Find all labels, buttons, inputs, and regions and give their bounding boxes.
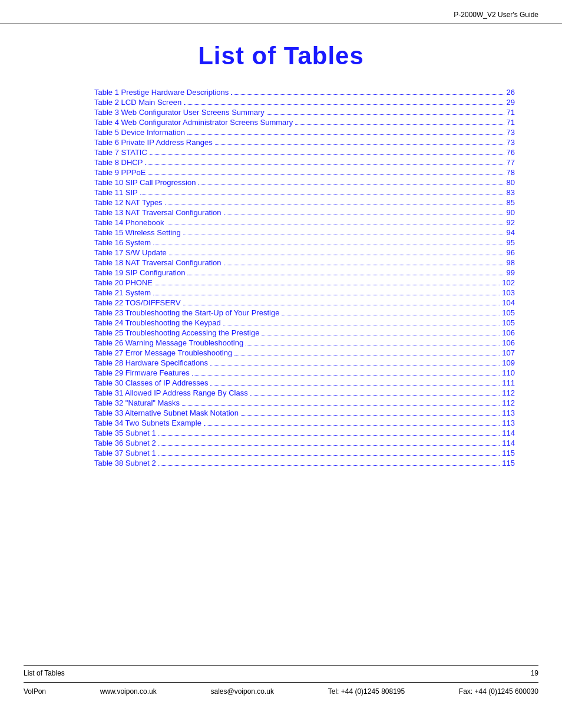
- footer-website: www.voipon.co.uk: [100, 687, 157, 696]
- toc-entry[interactable]: Table 17 S/W Update96: [94, 248, 515, 257]
- toc-entry[interactable]: Table 38 Subnet 2115: [94, 459, 515, 467]
- toc-entry[interactable]: Table 10 SIP Call Progression80: [94, 178, 515, 187]
- toc-entry[interactable]: Table 18 NAT Traversal Configuration98: [94, 258, 515, 267]
- toc-page: 112: [502, 398, 515, 407]
- toc-page: 114: [502, 429, 515, 437]
- toc-dots: [295, 124, 504, 125]
- toc-entry[interactable]: Table 9 PPPoE78: [94, 168, 515, 177]
- toc-page: 107: [502, 348, 515, 357]
- main-title-section: List of Tables: [0, 42, 562, 70]
- toc-dots: [153, 295, 500, 295]
- toc-entry[interactable]: Table 8 DHCP77: [94, 158, 515, 167]
- toc-entry[interactable]: Table 12 NAT Types85: [94, 198, 515, 207]
- toc-label: Table 10 SIP Call Progression: [94, 178, 196, 187]
- toc-label: Table 6 Private IP Address Ranges: [94, 138, 213, 147]
- toc-label: Table 1 Prestige Hardware Descriptions: [94, 88, 229, 97]
- toc-label: Table 15 Wireless Setting: [94, 228, 181, 237]
- toc-entry[interactable]: Table 31 Allowed IP Address Range By Cla…: [94, 388, 515, 397]
- toc-entry[interactable]: Table 5 Device Information73: [94, 128, 515, 137]
- toc-dots: [224, 215, 504, 215]
- toc-label: Table 34 Two Subnets Example: [94, 419, 201, 427]
- toc-dots: [165, 205, 504, 205]
- toc-page: 95: [507, 238, 515, 247]
- toc-dots: [155, 285, 500, 285]
- toc-dots: [210, 385, 500, 386]
- toc-dots: [198, 185, 504, 185]
- toc-label: Table 31 Allowed IP Address Range By Cla…: [94, 388, 248, 397]
- toc-label: Table 26 Warning Message Troubleshooting: [94, 338, 243, 347]
- toc-entry[interactable]: Table 2 LCD Main Screen29: [94, 98, 515, 107]
- toc-entry[interactable]: Table 23 Troubleshooting the Start-Up of…: [94, 308, 515, 317]
- toc-page: 71: [507, 118, 515, 127]
- toc-dots: [167, 225, 504, 225]
- toc-entry[interactable]: Table 16 System95: [94, 238, 515, 247]
- toc-entry[interactable]: Table 27 Error Message Troubleshooting10…: [94, 348, 515, 357]
- toc-entry[interactable]: Table 14 Phonebook92: [94, 218, 515, 227]
- toc-entry[interactable]: Table 35 Subnet 1114: [94, 429, 515, 437]
- toc-entry[interactable]: Table 25 Troubleshooting Accessing the P…: [94, 328, 515, 337]
- toc-page: 76: [507, 148, 515, 157]
- toc-entry[interactable]: Table 1 Prestige Hardware Descriptions26: [94, 88, 515, 97]
- toc-dots: [234, 355, 500, 355]
- toc-entry[interactable]: Table 21 System103: [94, 288, 515, 297]
- toc-page: 113: [502, 419, 515, 427]
- toc-page: 112: [502, 388, 515, 397]
- footer-tel: Tel: +44 (0)1245 808195: [328, 687, 405, 696]
- toc-dots: [182, 405, 500, 406]
- toc-dots: [158, 465, 500, 466]
- toc-entry[interactable]: Table 11 SIP83: [94, 188, 515, 197]
- toc-entry[interactable]: Table 30 Classes of IP Addresses111: [94, 378, 515, 387]
- toc-entry[interactable]: Table 26 Warning Message Troubleshooting…: [94, 338, 515, 347]
- toc-entry[interactable]: Table 24 Troubleshooting the Keypad105: [94, 318, 515, 327]
- toc-dots: [145, 164, 504, 165]
- toc-entry[interactable]: Table 33 Alternative Subnet Mask Notatio…: [94, 409, 515, 417]
- toc-entry[interactable]: Table 7 STATIC76: [94, 148, 515, 157]
- toc-page: 105: [502, 318, 515, 327]
- toc-dots: [267, 114, 504, 115]
- toc-page: 99: [507, 268, 515, 277]
- toc-entry[interactable]: Table 19 SIP Configuration99: [94, 268, 515, 277]
- toc-dots: [148, 174, 504, 175]
- toc-container: Table 1 Prestige Hardware Descriptions26…: [0, 88, 562, 467]
- toc-page: 77: [507, 158, 515, 167]
- toc-entry[interactable]: Table 3 Web Configurator User Screens Su…: [94, 108, 515, 117]
- toc-entry[interactable]: Table 15 Wireless Setting94: [94, 228, 515, 237]
- toc-entry[interactable]: Table 20 PHONE102: [94, 278, 515, 287]
- toc-page: 80: [507, 178, 515, 187]
- footer-right-page: 19: [531, 669, 538, 677]
- toc-entry[interactable]: Table 36 Subnet 2114: [94, 439, 515, 447]
- toc-entry[interactable]: Table 22 TOS/DIFFSERV104: [94, 298, 515, 307]
- toc-label: Table 30 Classes of IP Addresses: [94, 378, 208, 387]
- page-title: List of Tables: [0, 42, 562, 70]
- toc-dots: [250, 395, 500, 396]
- toc-label: Table 4 Web Configurator Administrator S…: [94, 118, 293, 127]
- toc-entry[interactable]: Table 28 Hardware Specifications109: [94, 358, 515, 367]
- toc-label: Table 14 Phonebook: [94, 218, 164, 227]
- footer-company: VolPon: [24, 687, 46, 696]
- toc-entry[interactable]: Table 13 NAT Traversal Configuration90: [94, 208, 515, 217]
- toc-label: Table 23 Troubleshooting the Start-Up of…: [94, 308, 279, 317]
- toc-dots: [158, 455, 500, 456]
- toc-label: Table 20 PHONE: [94, 278, 153, 287]
- page-header: P-2000W_V2 User's Guide: [0, 0, 562, 24]
- toc-page: 102: [502, 278, 515, 287]
- toc-label: Table 35 Subnet 1: [94, 429, 156, 437]
- footer-contact: VolPon www.voipon.co.uk sales@voipon.co.…: [24, 682, 538, 696]
- toc-label: Table 24 Troubleshooting the Keypad: [94, 318, 221, 327]
- toc-entry[interactable]: Table 34 Two Subnets Example113: [94, 419, 515, 427]
- footer-fax: Fax: +44 (0)1245 600030: [459, 687, 538, 696]
- toc-page: 92: [507, 218, 515, 227]
- toc-page: 85: [507, 198, 515, 207]
- toc-page: 73: [507, 138, 515, 147]
- toc-dots: [210, 365, 500, 365]
- toc-label: Table 12 NAT Types: [94, 198, 163, 207]
- toc-page: 90: [507, 208, 515, 217]
- toc-label: Table 32 "Natural" Masks: [94, 398, 180, 407]
- toc-label: Table 36 Subnet 2: [94, 439, 156, 447]
- toc-entry[interactable]: Table 29 Firmware Features110: [94, 368, 515, 377]
- toc-entry[interactable]: Table 32 "Natural" Masks112: [94, 398, 515, 407]
- toc-entry[interactable]: Table 37 Subnet 1115: [94, 449, 515, 457]
- toc-dots: [215, 144, 504, 145]
- toc-entry[interactable]: Table 4 Web Configurator Administrator S…: [94, 118, 515, 127]
- toc-entry[interactable]: Table 6 Private IP Address Ranges73: [94, 138, 515, 147]
